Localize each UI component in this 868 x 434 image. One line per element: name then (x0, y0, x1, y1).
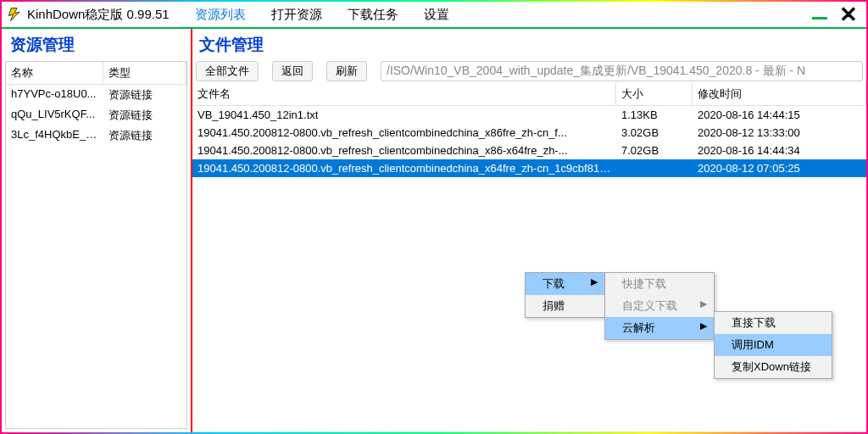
file-row[interactable]: 19041.450.200812-0800.vb_refresh_clientc… (192, 159, 866, 177)
resource-row[interactable]: 3Lc_f4HQkbE_n... 资源链接 (6, 125, 186, 146)
nav-open-resource[interactable]: 打开资源 (271, 7, 322, 23)
context-menu-3: 直接下载 调用IDM 复制XDown链接 (714, 311, 832, 379)
all-files-button[interactable]: 全部文件 (196, 61, 259, 81)
sidebar: 资源管理 名称 类型 h7YVPc-o18U0... 资源链接 qQu_LIV5… (2, 29, 192, 432)
content: 资源管理 名称 类型 h7YVPc-o18U0... 资源链接 qQu_LIV5… (2, 29, 866, 432)
sidebar-title: 资源管理 (2, 29, 191, 59)
app-window: KinhDown稳定版 0.99.51 资源列表 打开资源 下载任务 设置 ✕ … (0, 0, 868, 434)
col-filename[interactable]: 文件名 (192, 83, 616, 105)
ctx-copy-xdown[interactable]: 复制XDown链接 (715, 356, 832, 378)
resource-row[interactable]: qQu_LIV5rKQF... 资源链接 (6, 105, 186, 125)
nav-download-tasks[interactable]: 下载任务 (348, 7, 398, 23)
context-menu-2: 快捷下载 自定义下载 ▶ 云解析 ▶ (604, 272, 715, 340)
file-row[interactable]: VB_19041.450_12in1.txt 1.13KB 2020-08-16… (192, 106, 866, 124)
col-name[interactable]: 名称 (6, 62, 103, 84)
file-row[interactable]: 19041.450.200812-0800.vb_refresh_clientc… (192, 124, 866, 142)
resource-row[interactable]: h7YVPc-o18U0... 资源链接 (6, 85, 186, 105)
app-logo-icon (7, 7, 22, 22)
window-buttons: ✕ (812, 6, 861, 23)
resource-table-header: 名称 类型 (6, 62, 186, 85)
main-title: 文件管理 (192, 29, 866, 59)
nav-resource-list[interactable]: 资源列表 (195, 7, 246, 23)
app-title: KinhDown稳定版 0.99.51 (27, 7, 170, 23)
col-mtime[interactable]: 修改时间 (693, 83, 866, 105)
ctx-download[interactable]: 下载 ▶ (526, 273, 604, 295)
resource-table: 名称 类型 h7YVPc-o18U0... 资源链接 qQu_LIV5rKQF.… (5, 61, 187, 429)
context-menu-1: 下载 ▶ 捐赠 (525, 272, 605, 318)
main-panel: 文件管理 全部文件 返回 刷新 /ISO/Win10_VB_2004_with_… (192, 29, 866, 432)
file-grid-header: 文件名 大小 修改时间 (192, 83, 866, 106)
back-button[interactable]: 返回 (272, 61, 313, 81)
ctx-fast-download[interactable]: 快捷下载 (605, 273, 714, 295)
col-size[interactable]: 大小 (616, 83, 693, 105)
file-grid: 文件名 大小 修改时间 VB_19041.450_12in1.txt 1.13K… (192, 83, 866, 432)
ctx-direct-download[interactable]: 直接下载 (715, 312, 832, 334)
main-nav: 资源列表 打开资源 下载任务 设置 (195, 7, 449, 23)
col-type[interactable]: 类型 (103, 62, 186, 84)
path-input[interactable]: /ISO/Win10_VB_2004_with_update_集成更新/VB_1… (381, 61, 863, 81)
file-row[interactable]: 19041.450.200812-0800.vb_refresh_clientc… (192, 142, 866, 159)
ctx-custom-download[interactable]: 自定义下载 ▶ (605, 295, 714, 317)
ctx-cloud-parse[interactable]: 云解析 ▶ (605, 317, 714, 339)
ctx-call-idm[interactable]: 调用IDM (715, 334, 832, 356)
titlebar: KinhDown稳定版 0.99.51 资源列表 打开资源 下载任务 设置 ✕ (2, 2, 866, 29)
minimize-icon[interactable] (812, 17, 827, 19)
chevron-right-icon: ▶ (700, 298, 707, 309)
file-toolbar: 全部文件 返回 刷新 /ISO/Win10_VB_2004_with_updat… (192, 59, 866, 83)
ctx-donate[interactable]: 捐赠 (526, 295, 604, 317)
refresh-button[interactable]: 刷新 (326, 61, 367, 81)
chevron-right-icon: ▶ (700, 320, 707, 331)
chevron-right-icon: ▶ (591, 276, 598, 287)
nav-settings[interactable]: 设置 (424, 7, 449, 23)
close-icon[interactable]: ✕ (836, 6, 861, 23)
